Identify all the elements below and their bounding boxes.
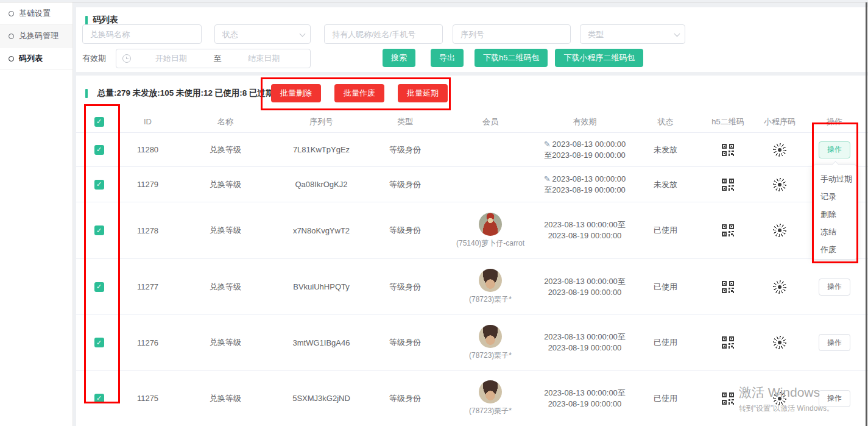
date-range-separator: 至 — [211, 53, 224, 64]
cell-type: 等级身份 — [365, 179, 445, 190]
col-header-name: 名称 — [174, 116, 277, 127]
cell-serial: 5SXMJ3kG2jND — [277, 394, 365, 403]
action-dropdown-menu: 手动过期 记录 删除 冻结 作废 — [813, 165, 857, 260]
cell-name: 兑换等级 — [174, 282, 277, 293]
table-row: 11275 兑换等级 5SXMJ3kG2jND 等级身份 (78723)栗子* … — [76, 371, 868, 426]
dropdown-item-freeze[interactable]: 冻结 — [813, 223, 856, 241]
cell-id: 11276 — [122, 338, 174, 347]
dropdown-item-manual-expire[interactable]: 手动过期 — [813, 170, 856, 188]
cell-type: 等级身份 — [365, 225, 445, 236]
miniprogram-code-icon[interactable] — [773, 280, 786, 294]
cell-id: 11277 — [122, 282, 174, 291]
h5-qrcode-icon[interactable] — [722, 224, 734, 236]
row-checkbox[interactable] — [94, 225, 104, 235]
row-checkbox[interactable] — [94, 145, 104, 155]
miniprogram-code-icon[interactable] — [773, 224, 786, 237]
cell-validity: 2023-08-13 00:00:00至2023-08-19 00:00:00 — [544, 174, 626, 196]
row-action-button[interactable]: 操作 — [819, 334, 850, 351]
holder-input[interactable] — [324, 24, 443, 44]
cell-id: 11280 — [122, 145, 174, 154]
serial-input[interactable] — [453, 24, 571, 44]
edit-validity-icon[interactable] — [544, 140, 551, 149]
cell-status: 未发放 — [633, 179, 697, 190]
table-row: 11280 兑换等级 7L81KwTpYgEz 等级身份 2023-08-13 … — [76, 133, 868, 167]
export-button[interactable]: 导出 — [431, 49, 464, 67]
cell-name: 兑换等级 — [174, 144, 277, 155]
row-checkbox[interactable] — [94, 282, 104, 292]
h5-qrcode-icon[interactable] — [722, 392, 734, 405]
row-action-button[interactable]: 操作 — [819, 279, 850, 296]
h5-qrcode-icon[interactable] — [722, 179, 734, 191]
col-header-status: 状态 — [633, 116, 697, 127]
cell-name: 兑换等级 — [174, 225, 277, 236]
row-action-button[interactable]: 操作 — [819, 390, 850, 407]
filter-panel: 码列表 有效期 开始日期 至 结束日期 搜索 — [76, 7, 868, 72]
cell-serial: BVkuiUhHPQTy — [277, 282, 365, 291]
batch-extend-button[interactable]: 批量延期 — [398, 84, 448, 102]
table-header-row: ID 名称 序列号 类型 会员 有效期 状态 h5二维码 小程序码 操作 — [76, 111, 868, 133]
cell-type: 等级身份 — [365, 337, 445, 348]
sidebar-item-label: 基础设置 — [19, 8, 51, 19]
avatar — [479, 325, 502, 348]
table-row: 11279 兑换等级 Qa08IkrOgKJ2 等级身份 2023-08-13 … — [76, 167, 868, 202]
search-button[interactable]: 搜索 — [383, 49, 415, 67]
code-name-input[interactable] — [82, 24, 202, 44]
cell-id: 11278 — [122, 226, 174, 235]
window-top-border — [0, 2, 868, 2]
status-select[interactable] — [214, 24, 311, 44]
cell-type: 等级身份 — [365, 282, 445, 293]
row-checkbox[interactable] — [94, 338, 104, 347]
h5-qrcode-icon[interactable] — [722, 281, 734, 293]
dropdown-item-record[interactable]: 记录 — [813, 188, 856, 205]
row-checkbox[interactable] — [94, 394, 104, 403]
filter-row-1 — [82, 24, 685, 44]
dropdown-item-delete[interactable]: 删除 — [813, 205, 856, 223]
date-range-picker[interactable]: 开始日期 至 结束日期 — [116, 49, 311, 68]
filter-row-2: 有效期 开始日期 至 结束日期 — [82, 49, 311, 68]
col-header-type: 类型 — [365, 116, 445, 127]
sidebar-item-code-management[interactable]: 兑换码管理 — [0, 25, 72, 48]
type-select-input[interactable] — [580, 24, 685, 44]
download-miniprogram-qrcode-button[interactable]: 下载小程序二维码包 — [555, 49, 643, 67]
col-header-h5-qrcode: h5二维码 — [697, 116, 758, 127]
avatar — [479, 269, 502, 292]
cell-member: (78723)栗子* — [469, 380, 512, 416]
status-select-input[interactable] — [214, 24, 311, 44]
end-date-field[interactable]: 结束日期 — [224, 53, 305, 64]
edit-validity-icon[interactable] — [544, 174, 551, 183]
miniprogram-code-icon[interactable] — [773, 392, 786, 405]
select-all-checkbox[interactable] — [94, 117, 104, 127]
sidebar: 基础设置 兑换码管理 码列表 — [0, 2, 73, 426]
type-select[interactable] — [580, 24, 685, 44]
cell-serial: 3mtWG1IBgA46 — [277, 338, 365, 347]
col-header-member: 会员 — [445, 116, 536, 127]
miniprogram-code-icon[interactable] — [773, 178, 786, 191]
batch-void-button[interactable]: 批量作废 — [334, 84, 384, 102]
dropdown-item-void[interactable]: 作废 — [813, 241, 856, 258]
row-checkbox[interactable] — [94, 180, 104, 190]
download-h5-qrcode-button[interactable]: 下载h5二维码包 — [475, 49, 548, 67]
row-action-button[interactable]: 操作 — [819, 141, 850, 158]
h5-qrcode-icon[interactable] — [722, 336, 734, 349]
avatar — [479, 213, 502, 236]
sidebar-item-basic-settings[interactable]: 基础设置 — [0, 2, 72, 25]
start-date-field[interactable]: 开始日期 — [131, 53, 211, 64]
radio-circle-icon — [9, 11, 14, 16]
cell-id: 11279 — [122, 180, 174, 189]
cell-member: (78723)栗子* — [469, 325, 512, 361]
cell-name: 兑换等级 — [174, 337, 277, 348]
cell-name: 兑换等级 — [174, 393, 277, 404]
miniprogram-code-icon[interactable] — [773, 143, 786, 157]
batch-delete-button[interactable]: 批量删除 — [271, 84, 321, 102]
stats-accent-bar — [85, 89, 88, 98]
col-header-action: 操作 — [801, 116, 868, 127]
page: 基础设置 兑换码管理 码列表 码列表 — [0, 0, 868, 426]
cell-status: 未发放 — [633, 144, 697, 155]
sidebar-item-label: 兑换码管理 — [19, 30, 58, 41]
col-header-id: ID — [122, 117, 174, 126]
cell-status: 已使用 — [633, 393, 697, 404]
miniprogram-code-icon[interactable] — [773, 336, 786, 349]
h5-qrcode-icon[interactable] — [722, 144, 734, 156]
sidebar-item-code-list[interactable]: 码列表 — [0, 48, 72, 70]
window-right-border — [866, 2, 867, 426]
